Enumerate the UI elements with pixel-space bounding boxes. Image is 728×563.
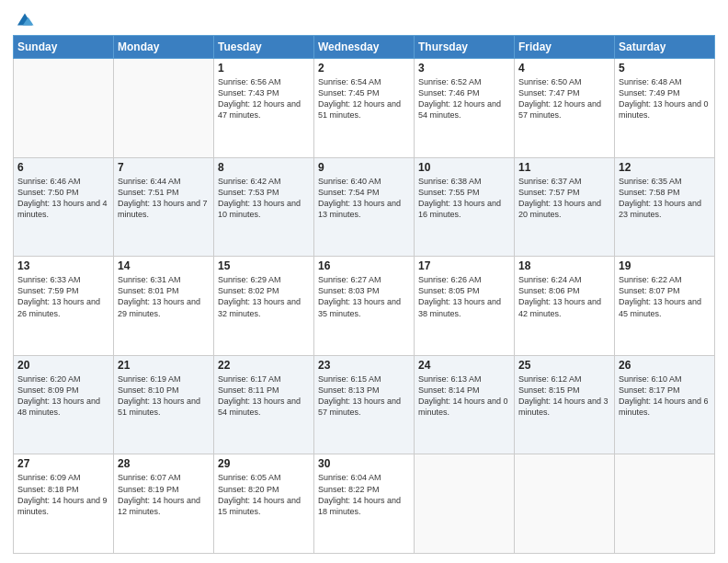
day-number: 4 — [518, 62, 610, 75]
day-info: Sunrise: 6:10 AM Sunset: 8:17 PM Dayligh… — [619, 373, 711, 419]
day-number: 6 — [17, 161, 109, 174]
day-info: Sunrise: 6:20 AM Sunset: 8:09 PM Dayligh… — [17, 373, 109, 419]
calendar-cell: 23Sunrise: 6:15 AM Sunset: 8:13 PM Dayli… — [314, 355, 415, 454]
calendar-cell: 16Sunrise: 6:27 AM Sunset: 8:03 PM Dayli… — [314, 257, 415, 356]
day-info: Sunrise: 6:04 AM Sunset: 8:22 PM Dayligh… — [318, 472, 410, 517]
calendar-header-monday: Monday — [114, 36, 214, 59]
calendar-week-row: 20Sunrise: 6:20 AM Sunset: 8:09 PM Dayli… — [14, 355, 715, 454]
calendar-cell — [515, 454, 615, 554]
calendar-cell: 14Sunrise: 6:31 AM Sunset: 8:01 PM Dayli… — [114, 257, 214, 356]
calendar-header-friday: Friday — [515, 36, 615, 59]
day-info: Sunrise: 6:54 AM Sunset: 7:45 PM Dayligh… — [318, 76, 410, 121]
calendar-cell — [615, 454, 715, 554]
calendar-cell: 18Sunrise: 6:24 AM Sunset: 8:06 PM Dayli… — [515, 257, 615, 356]
calendar-header-sunday: Sunday — [14, 36, 114, 59]
calendar-cell: 11Sunrise: 6:37 AM Sunset: 7:57 PM Dayli… — [515, 157, 615, 257]
day-info: Sunrise: 6:22 AM Sunset: 8:07 PM Dayligh… — [619, 274, 711, 319]
day-info: Sunrise: 6:27 AM Sunset: 8:03 PM Dayligh… — [318, 274, 410, 319]
calendar-header-tuesday: Tuesday — [214, 36, 314, 59]
day-info: Sunrise: 6:24 AM Sunset: 8:06 PM Dayligh… — [518, 274, 610, 319]
day-number: 15 — [218, 259, 310, 272]
day-number: 18 — [518, 259, 610, 272]
day-number: 21 — [118, 359, 210, 372]
logo-icon — [15, 9, 35, 29]
day-info: Sunrise: 6:52 AM Sunset: 7:46 PM Dayligh… — [418, 76, 510, 121]
day-info: Sunrise: 6:26 AM Sunset: 8:05 PM Dayligh… — [418, 274, 510, 319]
day-info: Sunrise: 6:19 AM Sunset: 8:10 PM Dayligh… — [118, 373, 210, 419]
calendar-cell — [415, 454, 515, 554]
calendar-cell: 15Sunrise: 6:29 AM Sunset: 8:02 PM Dayli… — [214, 257, 314, 356]
calendar-table: SundayMondayTuesdayWednesdayThursdayFrid… — [13, 35, 715, 554]
day-info: Sunrise: 6:07 AM Sunset: 8:19 PM Dayligh… — [118, 472, 210, 517]
day-number: 5 — [619, 62, 711, 75]
day-number: 23 — [318, 359, 410, 372]
calendar-week-row: 1Sunrise: 6:56 AM Sunset: 7:43 PM Daylig… — [14, 59, 715, 158]
calendar-cell: 6Sunrise: 6:46 AM Sunset: 7:50 PM Daylig… — [14, 157, 114, 257]
calendar-cell: 26Sunrise: 6:10 AM Sunset: 8:17 PM Dayli… — [615, 355, 715, 454]
day-number: 22 — [218, 359, 310, 372]
day-info: Sunrise: 6:44 AM Sunset: 7:51 PM Dayligh… — [118, 176, 210, 221]
day-number: 14 — [118, 259, 210, 272]
calendar-cell — [114, 59, 214, 158]
day-info: Sunrise: 6:31 AM Sunset: 8:01 PM Dayligh… — [118, 274, 210, 319]
day-number: 25 — [518, 359, 610, 372]
calendar-cell: 28Sunrise: 6:07 AM Sunset: 8:19 PM Dayli… — [114, 454, 214, 554]
calendar-cell: 22Sunrise: 6:17 AM Sunset: 8:11 PM Dayli… — [214, 355, 314, 454]
day-number: 10 — [418, 161, 510, 174]
day-number: 17 — [418, 259, 510, 272]
day-number: 20 — [17, 359, 109, 372]
day-number: 11 — [518, 161, 610, 174]
day-number: 28 — [118, 457, 210, 470]
day-number: 24 — [418, 359, 510, 372]
day-info: Sunrise: 6:13 AM Sunset: 8:14 PM Dayligh… — [418, 373, 510, 419]
day-number: 27 — [17, 457, 109, 470]
day-info: Sunrise: 6:37 AM Sunset: 7:57 PM Dayligh… — [518, 176, 610, 221]
day-number: 12 — [619, 161, 711, 174]
day-info: Sunrise: 6:42 AM Sunset: 7:53 PM Dayligh… — [218, 176, 310, 221]
day-number: 30 — [318, 457, 410, 470]
calendar-week-row: 27Sunrise: 6:09 AM Sunset: 8:18 PM Dayli… — [14, 454, 715, 554]
calendar-cell: 10Sunrise: 6:38 AM Sunset: 7:55 PM Dayli… — [415, 157, 515, 257]
calendar-cell: 12Sunrise: 6:35 AM Sunset: 7:58 PM Dayli… — [615, 157, 715, 257]
day-info: Sunrise: 6:56 AM Sunset: 7:43 PM Dayligh… — [218, 76, 310, 121]
calendar-cell: 2Sunrise: 6:54 AM Sunset: 7:45 PM Daylig… — [314, 59, 415, 158]
calendar-cell: 3Sunrise: 6:52 AM Sunset: 7:46 PM Daylig… — [415, 59, 515, 158]
calendar-cell — [14, 59, 114, 158]
calendar-cell: 20Sunrise: 6:20 AM Sunset: 8:09 PM Dayli… — [14, 355, 114, 454]
calendar-header-saturday: Saturday — [615, 36, 715, 59]
day-number: 16 — [318, 259, 410, 272]
calendar-cell: 7Sunrise: 6:44 AM Sunset: 7:51 PM Daylig… — [114, 157, 214, 257]
day-info: Sunrise: 6:46 AM Sunset: 7:50 PM Dayligh… — [17, 176, 109, 221]
day-number: 19 — [619, 259, 711, 272]
day-info: Sunrise: 6:48 AM Sunset: 7:49 PM Dayligh… — [619, 76, 711, 121]
calendar-cell: 8Sunrise: 6:42 AM Sunset: 7:53 PM Daylig… — [214, 157, 314, 257]
day-info: Sunrise: 6:50 AM Sunset: 7:47 PM Dayligh… — [518, 76, 610, 121]
calendar-cell: 27Sunrise: 6:09 AM Sunset: 8:18 PM Dayli… — [14, 454, 114, 554]
day-info: Sunrise: 6:35 AM Sunset: 7:58 PM Dayligh… — [619, 176, 711, 221]
day-number: 9 — [318, 161, 410, 174]
day-number: 13 — [17, 259, 109, 272]
day-info: Sunrise: 6:09 AM Sunset: 8:18 PM Dayligh… — [17, 472, 109, 517]
calendar-header-thursday: Thursday — [415, 36, 515, 59]
calendar-week-row: 6Sunrise: 6:46 AM Sunset: 7:50 PM Daylig… — [14, 157, 715, 257]
page: SundayMondayTuesdayWednesdayThursdayFrid… — [0, 0, 728, 563]
day-info: Sunrise: 6:33 AM Sunset: 7:59 PM Dayligh… — [17, 274, 109, 319]
day-number: 29 — [218, 457, 310, 470]
calendar-week-row: 13Sunrise: 6:33 AM Sunset: 7:59 PM Dayli… — [14, 257, 715, 356]
day-number: 7 — [118, 161, 210, 174]
day-number: 26 — [619, 359, 711, 372]
calendar-cell: 5Sunrise: 6:48 AM Sunset: 7:49 PM Daylig… — [615, 59, 715, 158]
calendar-cell: 21Sunrise: 6:19 AM Sunset: 8:10 PM Dayli… — [114, 355, 214, 454]
calendar-header-wednesday: Wednesday — [314, 36, 415, 59]
calendar-cell: 29Sunrise: 6:05 AM Sunset: 8:20 PM Dayli… — [214, 454, 314, 554]
calendar-cell: 13Sunrise: 6:33 AM Sunset: 7:59 PM Dayli… — [14, 257, 114, 356]
day-number: 3 — [418, 62, 510, 75]
day-number: 1 — [218, 62, 310, 75]
day-info: Sunrise: 6:38 AM Sunset: 7:55 PM Dayligh… — [418, 176, 510, 221]
calendar-cell: 1Sunrise: 6:56 AM Sunset: 7:43 PM Daylig… — [214, 59, 314, 158]
day-info: Sunrise: 6:05 AM Sunset: 8:20 PM Dayligh… — [218, 472, 310, 517]
calendar-cell: 19Sunrise: 6:22 AM Sunset: 8:07 PM Dayli… — [615, 257, 715, 356]
day-info: Sunrise: 6:40 AM Sunset: 7:54 PM Dayligh… — [318, 176, 410, 221]
calendar-cell: 30Sunrise: 6:04 AM Sunset: 8:22 PM Dayli… — [314, 454, 415, 554]
day-number: 2 — [318, 62, 410, 75]
